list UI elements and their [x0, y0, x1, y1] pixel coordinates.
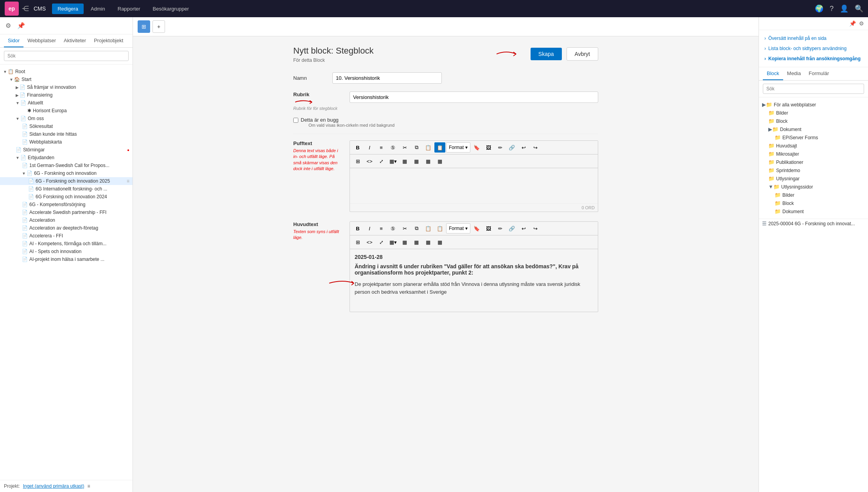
paste-special-btn2[interactable]: 📋: [434, 223, 445, 233]
tree-toggle[interactable]: ▼: [3, 70, 7, 74]
right-search-input[interactable]: [763, 84, 864, 94]
tree-item-selected[interactable]: 📄 6G - Forskning och innovation 2025 ≡: [0, 177, 133, 185]
project-menu-icon[interactable]: ≡: [87, 483, 90, 489]
image-btn[interactable]: 🖼: [483, 142, 494, 153]
right-tree-item[interactable]: 📁 EPiServer Forms: [759, 133, 868, 142]
user-icon[interactable]: 👤: [840, 4, 848, 13]
rubrik-input[interactable]: [350, 92, 598, 103]
nav-redigera[interactable]: Redigera: [52, 4, 84, 14]
list-item[interactable]: ▼ 📄 6G - Forskning och innovation: [0, 169, 133, 177]
tree-toggle[interactable]: ▶: [16, 85, 19, 90]
right-tree-item[interactable]: 📁 Publikationer: [759, 158, 868, 166]
table-insert-btn[interactable]: ▦▾: [387, 156, 398, 166]
paste-btn[interactable]: 📋: [423, 142, 434, 153]
undo-btn[interactable]: ↩: [518, 142, 529, 153]
table-cell2-btn[interactable]: ▦: [411, 156, 422, 166]
right-tree-item[interactable]: 📁 Bilder: [759, 191, 868, 199]
sidebar-search-input[interactable]: [4, 51, 129, 61]
paste-special-btn[interactable]: 📋: [434, 142, 445, 153]
cut-btn2[interactable]: ✂: [399, 223, 410, 233]
right-tree-item[interactable]: 📁 Huvudsajt: [759, 142, 868, 150]
bookmark-btn2[interactable]: 🔖: [471, 223, 482, 233]
tab-webbplatser[interactable]: Webbplatser: [23, 34, 60, 47]
source-btn[interactable]: <>: [364, 156, 375, 166]
tab-aktiviteter[interactable]: Aktiviteter: [60, 34, 90, 47]
right-tree-item[interactable]: 📁 Block: [759, 199, 868, 207]
list-item[interactable]: ▼ 📄 Om oss: [0, 115, 133, 122]
list-item[interactable]: ▼ 📄 Aktuellt: [0, 99, 133, 107]
right-tree-item-bottom[interactable]: ☰ 2025-00004 6G - Forskning och innovat.…: [759, 219, 868, 228]
link-btn[interactable]: 🔗: [506, 142, 517, 153]
right-link-copy[interactable]: › Kopiera innehåll från ansökningsomgång: [759, 54, 868, 64]
list-item[interactable]: ✱ Horisont Europa: [0, 107, 133, 115]
tree-toggle[interactable]: ▼: [22, 171, 26, 176]
right-tree-item[interactable]: 📁 Mikrosajter: [759, 150, 868, 158]
list-item[interactable]: 📄 6G Forskning och innovation 2024: [0, 193, 133, 201]
copy-btn[interactable]: ⧉: [411, 142, 422, 153]
fullscreen-btn2[interactable]: ⤢: [376, 237, 387, 247]
tab-media[interactable]: Media: [783, 67, 805, 80]
grid-icon[interactable]: ⋲: [22, 4, 29, 13]
huvudtext-body[interactable]: 2025-01-28 Ändring i avsnitt 6 under rub…: [350, 249, 598, 312]
right-tree-item[interactable]: 📁 Bilder: [759, 109, 868, 117]
list-item[interactable]: 📄 1st German-Swedish Call for Propos...: [0, 162, 133, 169]
table-insert-btn2[interactable]: ▦▾: [387, 237, 398, 247]
tree-item-start[interactable]: ▼ 🏠 Start: [0, 75, 133, 83]
list-item[interactable]: 📄 Acceleration av deeptech-företag: [0, 224, 133, 232]
right-tree-item[interactable]: ▶📁 För alla webbplatser: [759, 101, 868, 109]
create-button[interactable]: Skapa: [531, 48, 562, 60]
undo-btn2[interactable]: ↩: [518, 223, 529, 233]
redo-btn[interactable]: ↪: [530, 142, 541, 153]
globe-icon[interactable]: 🌍: [815, 4, 823, 13]
list-item[interactable]: 📄 AI - Spets och innovation: [0, 248, 133, 255]
tree-item-root[interactable]: ▼ 📋 Root: [0, 68, 133, 75]
pin-icon-right[interactable]: 📌: [849, 20, 856, 27]
bullet-list-btn[interactable]: ≡: [376, 142, 387, 153]
source-btn2[interactable]: <>: [364, 237, 375, 247]
tree-toggle[interactable]: ▼: [9, 77, 13, 82]
list-item[interactable]: 📄 AI - Kompetens, förmåga och tilläm...: [0, 240, 133, 248]
format-dropdown[interactable]: Format ▾: [446, 142, 470, 153]
list-item[interactable]: 📄 Accelerera - FFI: [0, 232, 133, 240]
numbered-list-btn[interactable]: ⑤: [387, 142, 398, 153]
copy-btn2[interactable]: ⧉: [411, 223, 422, 233]
bold-btn2[interactable]: B: [352, 223, 363, 233]
tree-toggle[interactable]: ▶: [16, 93, 19, 97]
tree-toggle[interactable]: ▼: [16, 156, 20, 160]
help-icon[interactable]: ?: [830, 5, 834, 13]
link-btn2[interactable]: 🔗: [506, 223, 517, 233]
right-tree-item[interactable]: 📁 Block: [759, 117, 868, 125]
table-cell1-btn2[interactable]: ▦: [399, 237, 410, 247]
list-item[interactable]: 📄 Störningar ●: [0, 146, 133, 154]
table-cell4-btn2[interactable]: ▦: [434, 237, 445, 247]
nav-admin[interactable]: Admin: [85, 4, 111, 14]
checkbox-label[interactable]: Detta är en bugg: [301, 117, 339, 123]
edit-btn[interactable]: ✏: [495, 142, 506, 153]
table-cell2-btn2[interactable]: ▦: [411, 237, 422, 247]
bug-checkbox[interactable]: [293, 118, 298, 123]
pufftext-body[interactable]: [350, 168, 598, 203]
right-tree-item[interactable]: ▶📁 Dokument: [759, 125, 868, 133]
nav-besokargrupper[interactable]: Besökargrupper: [147, 4, 195, 14]
format-dropdown2[interactable]: Format ▾: [446, 223, 470, 233]
right-tree-item[interactable]: 📁 Sprintdemo: [759, 166, 868, 174]
table-btn2[interactable]: ⊞: [352, 237, 363, 247]
pin-icon[interactable]: 📌: [16, 20, 27, 31]
numbered-list-btn2[interactable]: ⑤: [387, 223, 398, 233]
name-input[interactable]: [332, 72, 442, 84]
add-block-btn[interactable]: +: [152, 20, 165, 33]
list-item[interactable]: 📄 AI-projekt inom hälsa i samarbete ...: [0, 255, 133, 263]
table-cell4-btn[interactable]: ▦: [434, 156, 445, 166]
table-cell3-btn[interactable]: ▦: [423, 156, 434, 166]
table-cell1-btn[interactable]: ▦: [399, 156, 410, 166]
right-tree-item[interactable]: 📁 Utlysningar: [759, 174, 868, 183]
right-link-translate[interactable]: › Översätt innehåll på en sida: [759, 33, 868, 43]
fullscreen-btn[interactable]: ⤢: [376, 156, 387, 166]
list-item[interactable]: 📄 6G - Kompetensförsörjning: [0, 201, 133, 208]
list-item[interactable]: 📄 Sökresultat: [0, 122, 133, 130]
list-item[interactable]: ▶ 📄 Finansiering: [0, 91, 133, 99]
list-item[interactable]: ▶ 📄 Så främjar vi innovation: [0, 83, 133, 91]
tab-sidor[interactable]: Sidor: [4, 34, 23, 47]
paste-btn2[interactable]: 📋: [423, 223, 434, 233]
table-btn[interactable]: ⊞: [352, 156, 363, 166]
